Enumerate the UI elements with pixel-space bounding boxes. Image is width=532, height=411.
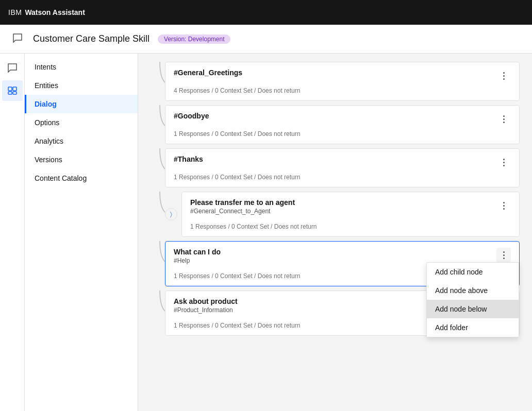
node-title-group-6: Ask about product #Product_Information [174, 297, 238, 318]
connector-svg-4 [155, 192, 165, 237]
node-card-4: Please transfer me to an agent #General_… [181, 192, 520, 237]
node-what-can-i-do: What can I do #Help 1 Responses / 0 Cont… [151, 241, 520, 286]
sidebar-item-intents[interactable]: Intents [25, 58, 138, 76]
topbar: IBM Watson Assistant [0, 0, 532, 25]
sidebar: Intents Entities Dialog Options Analytic… [25, 54, 138, 411]
sidebar-item-analytics[interactable]: Analytics [25, 132, 138, 150]
node-title-4: Please transfer me to an agent [190, 198, 295, 207]
ibm-label: IBM [8, 8, 22, 16]
node-title-5: What can I do [174, 248, 221, 256]
node-header-4: Please transfer me to an agent #General_… [190, 198, 511, 219]
sidebar-item-options[interactable]: Options [25, 113, 138, 132]
more-menu-btn-4[interactable] [496, 198, 511, 213]
connector-svg-1 [155, 62, 165, 101]
node-intent-4: #General_Connect_to_Agent [190, 208, 295, 215]
page-title: Customer Care Sample Skill [33, 33, 149, 44]
node-title-group-4: Please transfer me to an agent #General_… [190, 198, 295, 219]
node-header-3: #Thanks [174, 155, 511, 169]
node-card-5: What can I do #Help 1 Responses / 0 Cont… [165, 241, 520, 286]
node-card-3: #Thanks 1 Responses / 0 Context Set / Do… [165, 148, 520, 187]
more-menu-btn-3[interactable] [496, 155, 511, 169]
node-title-3: #Thanks [174, 155, 203, 163]
connector-svg-5 [155, 241, 165, 286]
sidebar-item-dialog[interactable]: Dialog [25, 95, 138, 113]
node-title-6: Ask about product [174, 297, 238, 305]
more-menu-btn-1[interactable] [496, 68, 511, 83]
svg-rect-2 [8, 92, 12, 94]
context-menu-add-below[interactable]: Add node below [427, 300, 519, 318]
main-layout: Intents Entities Dialog Options Analytic… [0, 54, 532, 411]
rail-icon-dialog[interactable] [2, 80, 23, 101]
sidebar-item-content-catalog[interactable]: Content Catalog [25, 169, 138, 187]
rail-icon-chat[interactable] [2, 58, 23, 78]
sidebar-item-versions[interactable]: Versions [25, 150, 138, 169]
node-intent-6: #Product_Information [174, 306, 238, 314]
more-menu-btn-2[interactable] [496, 112, 511, 126]
product-label: Watson Assistant [25, 8, 85, 16]
expand-chevron-btn[interactable]: 〉 [165, 208, 177, 220]
indented-row: 〉 Please transfer me to an agent #Genera… [165, 192, 520, 237]
more-menu-btn-5[interactable] [496, 248, 511, 262]
context-menu-add-above[interactable]: Add node above [427, 281, 519, 300]
node-card-2: #Goodbye 1 Responses / 0 Context Set / D… [165, 105, 520, 144]
node-meta-3: 1 Responses / 0 Context Set / Does not r… [174, 174, 511, 181]
svg-rect-0 [8, 87, 12, 91]
context-menu-add-folder[interactable]: Add folder [427, 318, 519, 337]
node-thanks: #Thanks 1 Responses / 0 Context Set / Do… [151, 148, 520, 187]
chat-icon[interactable] [12, 33, 23, 45]
node-header-2: #Goodbye [174, 112, 511, 126]
node-header-1: #General_Greetings [174, 68, 511, 83]
connector-svg-3 [155, 148, 165, 187]
node-title-1: #General_Greetings [174, 68, 242, 77]
version-badge: Version: Development [158, 35, 230, 44]
node-title-2: #Goodbye [174, 112, 209, 120]
node-transfer: 〉 Please transfer me to an agent #Genera… [151, 192, 520, 237]
svg-rect-1 [13, 87, 16, 91]
node-card-1: #General_Greetings 4 Responses / 0 Conte… [165, 62, 520, 101]
context-menu: Add child node Add node above Add node b… [426, 262, 519, 337]
node-general-greetings: #General_Greetings 4 Responses / 0 Conte… [151, 62, 520, 101]
sidebar-item-entities[interactable]: Entities [25, 76, 138, 95]
svg-rect-3 [13, 92, 16, 94]
connector-svg-6 [155, 290, 165, 336]
context-menu-add-child[interactable]: Add child node [427, 263, 519, 281]
header-bar: Customer Care Sample Skill Version: Deve… [0, 25, 532, 54]
main-content: #General_Greetings 4 Responses / 0 Conte… [138, 54, 532, 411]
node-goodbye: #Goodbye 1 Responses / 0 Context Set / D… [151, 105, 520, 144]
node-intent-5: #Help [174, 257, 221, 264]
node-title-group-5: What can I do #Help [174, 248, 221, 268]
icon-rail [0, 54, 25, 411]
node-meta-2: 1 Responses / 0 Context Set / Does not r… [174, 130, 511, 138]
brand: IBM Watson Assistant [8, 8, 85, 16]
node-meta-1: 4 Responses / 0 Context Set / Does not r… [174, 87, 511, 94]
connector-svg-2 [155, 105, 165, 144]
node-meta-4: 1 Responses / 0 Context Set / Does not r… [190, 223, 511, 230]
